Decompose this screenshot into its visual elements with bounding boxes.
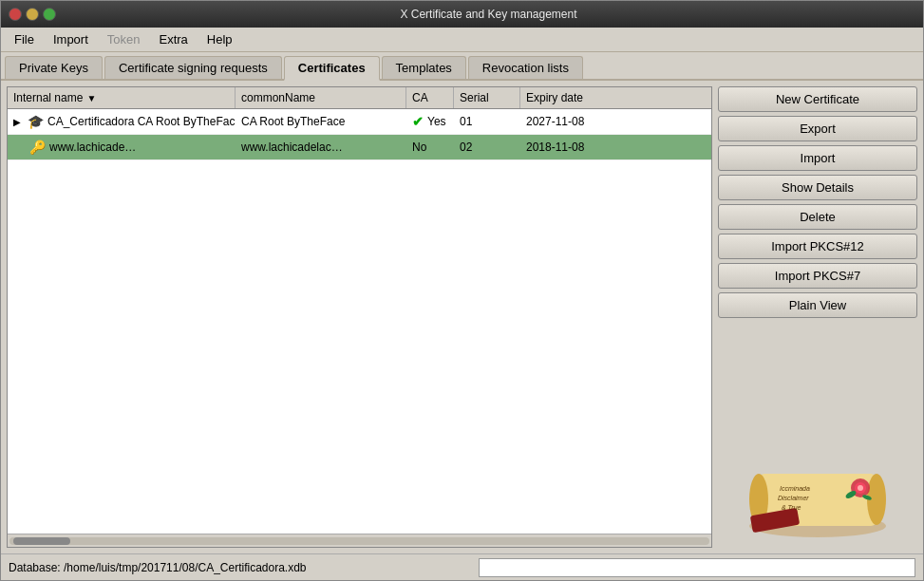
new-certificate-button[interactable]: New Certificate: [718, 86, 917, 112]
menu-file[interactable]: File: [5, 30, 44, 48]
maximize-button[interactable]: [43, 8, 56, 21]
import-pkcs12-button[interactable]: Import PKCS#12: [718, 234, 917, 259]
sort-arrow-icon: ▼: [86, 93, 96, 103]
col-serial[interactable]: Serial: [454, 87, 520, 108]
svg-point-10: [858, 485, 863, 491]
titlebar-buttons: [9, 8, 56, 21]
tab-private-keys[interactable]: Private Keys: [5, 56, 103, 79]
import-pkcs7-button[interactable]: Import PKCS#7: [718, 263, 917, 289]
cell-serial-1: 01: [454, 109, 520, 134]
cert-icon-2: 🔑: [28, 139, 46, 156]
delete-button[interactable]: Delete: [718, 204, 917, 230]
tree-toggle-icon[interactable]: ▶: [13, 117, 21, 127]
window-title: X Certificate and Key management: [62, 8, 915, 21]
table-row[interactable]: ▶ 🎓 CA_Certificadora CA Root ByTheFace C…: [8, 109, 711, 135]
menu-import[interactable]: Import: [44, 30, 98, 48]
table-header: Internal name ▼ commonName CA Serial Exp…: [8, 87, 711, 109]
menu-token: Token: [98, 30, 150, 48]
svg-text:Iccminada: Iccminada: [780, 485, 810, 492]
cell-expiry-2: 2018-11-08: [520, 135, 644, 159]
svg-text:& True: & True: [782, 504, 801, 511]
titlebar: X Certificate and Key management: [1, 1, 923, 28]
cell-common-name-2: www.lachicadelac…: [236, 135, 406, 159]
app-logo: Iccminada Disclaimer & True: [742, 455, 894, 540]
tab-templates[interactable]: Templates: [382, 56, 466, 79]
cell-ca-2: No: [406, 135, 454, 159]
cell-expiry-1: 2027-11-08: [520, 109, 644, 134]
database-path: Database: /home/luis/tmp/201711/08/CA_Ce…: [9, 561, 471, 574]
tabs-bar: Private Keys Certificate signing request…: [1, 52, 923, 81]
col-ca[interactable]: CA: [406, 87, 454, 108]
internal-name-value-2: www.lachicade…: [49, 141, 136, 154]
tab-csr[interactable]: Certificate signing requests: [104, 56, 282, 79]
right-panel: New Certificate Export Import Show Detai…: [718, 86, 917, 548]
minimize-button[interactable]: [26, 8, 39, 21]
internal-name-value-1: CA_Certificadora CA Root ByTheFace: [47, 115, 236, 128]
certificate-table: Internal name ▼ commonName CA Serial Exp…: [7, 86, 712, 548]
horizontal-scrollbar[interactable]: [8, 534, 711, 547]
tab-certificates[interactable]: Certificates: [284, 56, 380, 81]
col-internal-name-label: Internal name: [13, 91, 83, 104]
logo-area: Iccminada Disclaimer & True: [718, 324, 917, 548]
menu-extra[interactable]: Extra: [150, 30, 198, 48]
col-internal-name[interactable]: Internal name ▼: [8, 87, 236, 108]
main-content: Internal name ▼ commonName CA Serial Exp…: [1, 81, 923, 553]
cell-serial-2: 02: [454, 135, 520, 159]
plain-view-button[interactable]: Plain View: [718, 292, 917, 318]
tab-revocation[interactable]: Revocation lists: [468, 56, 583, 79]
export-button[interactable]: Export: [718, 116, 917, 141]
scrollbar-track: [9, 537, 709, 545]
statusbar: Database: /home/luis/tmp/201711/08/CA_Ce…: [1, 553, 923, 580]
cell-ca-1: ✔ Yes: [406, 109, 454, 134]
col-common-name[interactable]: commonName: [236, 87, 406, 108]
ca-value-1: Yes: [427, 115, 446, 128]
show-details-button[interactable]: Show Details: [718, 175, 917, 200]
table-row[interactable]: 🔑 www.lachicade… www.lachicadelac… No 02…: [8, 135, 711, 160]
menubar: File Import Token Extra Help: [1, 28, 923, 52]
import-button[interactable]: Import: [718, 145, 917, 171]
table-body[interactable]: ▶ 🎓 CA_Certificadora CA Root ByTheFace C…: [8, 109, 711, 534]
ca-check-icon-1: ✔: [412, 114, 424, 129]
col-expiry[interactable]: Expiry date: [520, 87, 644, 108]
cell-internal-name-1: ▶ 🎓 CA_Certificadora CA Root ByTheFace: [8, 109, 236, 134]
menu-help[interactable]: Help: [198, 30, 242, 48]
close-button[interactable]: [9, 8, 22, 21]
scrollbar-thumb[interactable]: [13, 537, 70, 545]
cert-icon-1: 🎓: [27, 113, 44, 130]
main-window: X Certificate and Key management File Im…: [0, 0, 924, 581]
action-buttons: New Certificate Export Import Show Detai…: [718, 86, 917, 318]
cell-common-name-1: CA Root ByTheFace: [236, 109, 406, 134]
cell-internal-name-2: 🔑 www.lachicade…: [23, 135, 236, 159]
svg-text:Disclaimer: Disclaimer: [778, 495, 809, 501]
status-extra-field: [479, 558, 915, 577]
